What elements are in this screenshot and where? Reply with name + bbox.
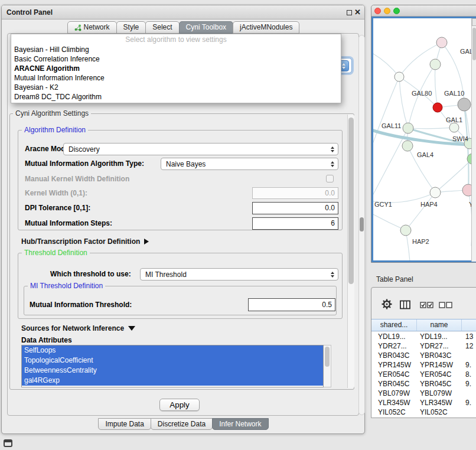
column-header[interactable]: name [417,319,462,331]
network-node[interactable] [433,103,442,112]
node-label: GCY1 [374,201,392,208]
scroll-up-button[interactable] [472,18,476,26]
mi-algorithm-type-select[interactable]: Naive Bayes [161,158,338,170]
attribute-item[interactable]: TopologicalCoefficient [22,356,323,366]
table-row[interactable]: YBR043CYBR043C [371,351,476,360]
algorithm-option[interactable]: ARACNE Algorithm [11,64,341,73]
table-cell: 9. [462,379,476,389]
which-threshold-select[interactable]: MI Threshold [140,268,338,281]
float-window-icon[interactable] [347,10,352,15]
tab-select[interactable]: Select [145,21,179,34]
tab-network[interactable]: Network [67,21,117,34]
network-node[interactable] [436,37,447,48]
network-window-titlebar[interactable] [371,5,476,17]
panel-scrollbar[interactable] [358,35,365,415]
table-cell: YPR145W [371,360,417,370]
expand-right-icon[interactable] [144,239,149,244]
attribute-item[interactable]: SelfLoops [22,345,323,356]
tab-infer-network[interactable]: Infer Network [212,418,268,430]
scrollbar-thumb[interactable] [325,347,330,367]
network-edge[interactable] [399,77,408,128]
apply-button[interactable]: Apply [159,399,200,411]
table-cell: YBL079W [417,389,462,398]
tab-jactivemnodules[interactable]: jActiveMNodules [233,21,299,34]
columns-icon[interactable] [400,300,410,311]
zoom-light-icon[interactable] [393,8,400,14]
minimize-light-icon[interactable] [384,8,390,14]
scrollbar-thumb[interactable] [348,118,354,284]
network-canvas[interactable]: GAL8GAL80GAL10GAL11GAL1SWI4GAL4GCY1HAP4Y… [371,17,476,262]
hub-definition-section[interactable]: Hub/Transcription Factor Definition [21,236,149,247]
gear-icon[interactable] [381,298,393,312]
kernel-width-field[interactable]: 0.0 [252,187,338,199]
table-cell: YER054C [417,370,462,379]
table-cell: YDL19... [417,332,462,341]
network-edge[interactable] [435,64,438,107]
table-row[interactable]: YPR145WYPR145W9. [371,360,476,370]
tab-label: Style [123,22,139,33]
window-title: Control Panel [6,5,53,19]
algorithm-option[interactable]: Basic Correlation Inference [11,54,341,64]
dropdown-placeholder: Select algorithm to view settings [11,35,341,45]
scrollbar-thumb[interactable] [472,28,476,60]
attributes-scrollbar[interactable] [324,345,331,387]
select-checked-icon[interactable] [420,302,434,311]
network-node[interactable] [458,98,471,111]
column-header[interactable]: shared... [371,319,417,331]
network-node[interactable] [430,187,441,198]
close-light-icon[interactable] [374,8,381,14]
dpi-tolerance-label: DPI Tolerance [0,1]: [25,202,90,214]
tab-cyni-toolbox[interactable]: Cyni Toolbox [179,21,233,34]
network-edge[interactable] [408,128,454,129]
algorithm-option[interactable]: Mutual Information Inference [11,73,341,83]
network-scrollbar[interactable] [471,18,476,262]
expand-down-icon[interactable] [128,326,135,331]
data-attributes-list[interactable]: SelfLoopsTopologicalCoefficientBetweenne… [21,345,324,387]
settings-scrollbar[interactable] [347,115,354,388]
close-icon[interactable]: ✕ [354,8,361,17]
table-cell: YPR145W [417,360,462,370]
column-header[interactable] [462,319,476,331]
table-row[interactable]: YDR27...YDR27...12 [371,341,476,351]
mi-threshold-field[interactable]: 0.5 [248,298,335,311]
network-node[interactable] [400,225,411,236]
algorithm-option[interactable]: Bayesian - K2 [11,83,341,92]
table-cell [462,351,476,360]
collapsed-panel-icon[interactable] [4,439,12,447]
network-node[interactable] [403,123,413,133]
threshold-definition-title: Threshold Definition [22,249,90,257]
scrollbar-thumb[interactable] [360,217,364,231]
tab-discretize-data[interactable]: Discretize Data [151,418,213,430]
table-row[interactable]: YDL19...YDL19...13 [371,332,476,341]
algorithm-option[interactable]: Dream8 DC_TDC Algorithm [11,92,341,102]
aracne-mode-select[interactable]: Discovery [63,143,338,155]
table-cell: 8. [462,370,476,379]
node-label: HAP4 [420,201,438,208]
mi-steps-label: Mutual Information Steps: [25,217,112,230]
dpi-tolerance-field[interactable]: 0.0 [252,202,338,214]
table-row[interactable]: YBR045CYBR045C9. [371,379,476,389]
table-row[interactable]: YER054CYER054C8. [371,370,476,379]
network-node[interactable] [395,72,404,81]
table-row[interactable]: YIL052CYIL052C [371,407,476,417]
mi-steps-field[interactable]: 6 [252,217,338,230]
network-node[interactable] [402,141,413,151]
network-node[interactable] [449,123,459,132]
table-cell: YLR345W [417,398,462,407]
select-unchecked-icon[interactable] [439,302,453,311]
attribute-item[interactable]: BetweennessCentrality [22,366,323,376]
table-row[interactable]: YBL079WYBL079W [371,389,476,398]
algorithm-option[interactable]: Bayesian - Hill Climbing [11,45,341,54]
control-panel-titlebar[interactable]: Control Panel ✕ [2,5,364,19]
network-node[interactable] [430,59,441,70]
tab-style[interactable]: Style [116,21,146,34]
manual-kernel-width-checkbox[interactable] [326,175,334,182]
table-cell: YBR045C [417,379,462,389]
table-cell [462,389,476,398]
table-row[interactable]: YLR345WYLR345W9. [371,398,476,407]
tab-label: jActiveMNodules [240,22,292,33]
sources-section[interactable]: Sources for Network Inference [21,324,135,333]
tab-impute-data[interactable]: Impute Data [98,418,151,430]
network-edge[interactable] [373,54,399,77]
attribute-item[interactable]: gal4RGexp [22,376,323,386]
